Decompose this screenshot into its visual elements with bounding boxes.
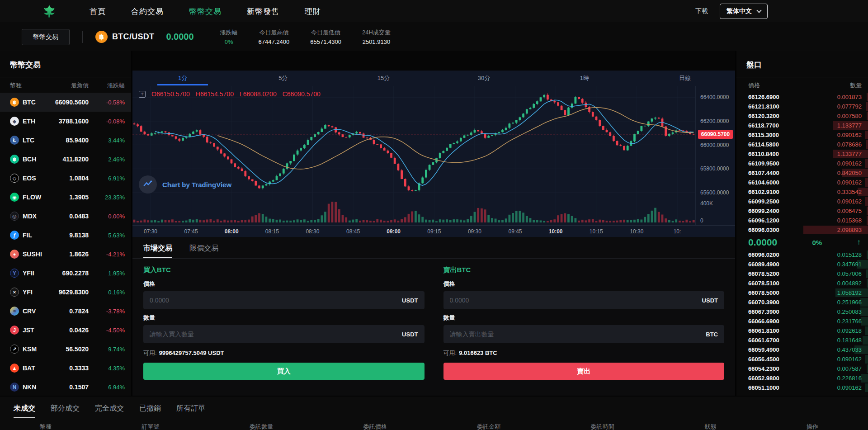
bid-row[interactable]: 66054.23000.007587 [736,364,868,373]
coin-row-ETH[interactable]: ◆ETH3788.1600-0.08% [0,112,131,131]
coin-row-CRV[interactable]: ≈CRV0.7824-3.78% [0,302,131,321]
nav-item-4[interactable]: 理財 [305,6,321,17]
ask-row[interactable]: 66118.77001.133777 [736,121,868,130]
coin-price: 690.2278 [45,269,89,277]
depth-bar [865,159,868,168]
bid-row[interactable]: 66056.45000.090162 [736,354,868,364]
order-tab-0[interactable]: 未成交 [14,404,35,418]
coin-row-LTC[interactable]: ŁLTC85.94003.44% [0,131,131,150]
coin-row-BTC[interactable]: ฿BTC66090.5600-0.58% [0,93,131,112]
coin-price: 0.3333 [45,364,89,372]
ask-row[interactable]: 66120.32000.007580 [736,111,868,121]
ask-row[interactable]: 66099.25000.090162 [736,197,868,206]
buy-button[interactable]: 買入 [143,363,425,380]
bid-row[interactable]: 66078.52000.057006 [736,269,868,279]
depth-bar [866,102,868,111]
coin-row-BCH[interactable]: ฿BCH411.82002.46% [0,150,131,169]
bid-row[interactable]: 66061.81000.092618 [736,326,868,335]
sell-amount-input[interactable] [450,331,702,338]
order-tab-1[interactable]: 部分成交 [51,404,80,418]
pair-label: BTC/USDT [112,32,154,42]
timeframe-tab-30分[interactable]: 30分 [434,71,534,86]
timeframe-tab-15分[interactable]: 15分 [333,71,434,86]
logo-phoenix-icon[interactable] [41,3,58,20]
nav-item-1[interactable]: 合約交易 [131,6,164,17]
order-tab-4[interactable]: 所有訂單 [176,404,205,418]
sell-price-input[interactable] [450,297,698,304]
nav-item-0[interactable]: 首頁 [90,6,106,17]
trade-tab-0[interactable]: 市場交易 [143,244,172,258]
ask-row[interactable]: 66107.44000.842050 [736,168,868,178]
bid-row[interactable]: 66067.39000.250083 [736,307,868,317]
bid-row[interactable]: 66089.49000.347691 [736,260,868,269]
coin-row-YFII[interactable]: YYFII690.22781.95% [0,264,131,283]
ask-row[interactable]: 66099.24000.006475 [736,206,868,216]
coin-row-JST[interactable]: JJST0.0426-4.50% [0,321,131,340]
coin-price: 3788.1600 [45,118,89,125]
tradingview-attribution[interactable]: Chart by TradingView [139,175,231,194]
depth-bar [866,269,868,278]
market-type-button[interactable]: 幣幣交易 [22,29,70,45]
ask-row[interactable]: 66126.69000.001873 [736,92,868,102]
nav-item-2[interactable]: 幣幣交易 [189,6,222,17]
chart-canvas[interactable]: + O66150.5700 H66154.5700 L66088.0200 C6… [132,86,735,225]
bid-row[interactable]: 66059.49000.437033 [736,345,868,354]
coin-row-FLOW[interactable]: ◉FLOW1.390523.35% [0,188,131,207]
ask-row[interactable]: 66102.91000.333542 [736,187,868,197]
coin-symbol-cell: ×YFI [10,288,45,297]
order-tab-3[interactable]: 已撤銷 [139,404,161,418]
bid-row[interactable]: 66066.69000.231766 [736,317,868,326]
coin-row-MDX[interactable]: ◎MDX0.04830.00% [0,207,131,226]
ask-row[interactable]: 66114.58000.078686 [736,140,868,149]
time-label: 10: [674,228,681,235]
bid-row[interactable]: 66061.67000.181648 [736,335,868,345]
coin-row-EOS[interactable]: ◇EOS1.08046.91% [0,169,131,188]
timeframe-tab-1時[interactable]: 1時 [534,71,635,86]
bid-row[interactable]: 66078.50001.058192 [736,288,868,298]
timeframe-tab-1分[interactable]: 1分 [132,71,233,86]
bid-row[interactable]: 66096.02000.015128 [736,250,868,260]
language-selector[interactable]: 繁体中文 [720,4,768,19]
buy-amount-input[interactable] [150,331,397,338]
bid-row[interactable]: 66052.98000.226816 [736,373,868,383]
time-label: 07:45 [184,228,198,235]
coin-symbol: EOS [23,175,36,182]
ask-row[interactable]: 66104.60000.090162 [736,178,868,187]
timeframe-tab-5分[interactable]: 5分 [233,71,333,86]
order-tab-2[interactable]: 完全成交 [95,404,124,418]
coin-row-YFI[interactable]: ×YFI9629.83000.16% [0,283,131,302]
ask-row[interactable]: 66115.30000.090162 [736,130,868,140]
ask-row[interactable]: 66096.03002.098893 [736,225,868,235]
timeframe-tab-日線[interactable]: 日線 [635,71,735,86]
trade-tab-1[interactable]: 限價交易 [189,244,218,258]
download-link[interactable]: 下載 [695,7,708,15]
bid-row[interactable]: 66051.10000.090162 [736,383,868,392]
buy-price-input[interactable] [150,297,397,304]
coin-row-SUSHI[interactable]: ●SUSHI1.8626-4.21% [0,245,131,264]
candlestick-chart[interactable] [132,86,695,225]
nav-item-3[interactable]: 新幣發售 [247,6,279,17]
coin-row-FIL[interactable]: ƒFIL9.81385.63% [0,226,131,245]
sell-button[interactable]: 賣出 [443,363,725,380]
legend-toggle-icon[interactable]: + [139,91,146,98]
price-axis[interactable]: 66400.000066200.000066000.000065800.0000… [695,86,735,225]
col-change: 漲跌幅 [89,81,125,90]
ask-row[interactable]: 66110.84001.133777 [736,149,868,159]
sell-form: 賣出BTC 價格 USDT 數量 BTC 可用:9.016623 BTC 賣出 [443,266,725,380]
buy-available: 可用:9996429757.5049 USDT [143,349,425,357]
ask-row[interactable]: 66121.81000.077792 [736,102,868,111]
ob-qty: 0.090162 [837,356,862,363]
bid-row[interactable]: 66070.39000.251966 [736,298,868,307]
ob-price: 66067.3900 [748,308,779,315]
coin-row-BAT[interactable]: ▲BAT0.33334.35% [0,359,131,378]
coin-symbol-cell: ◉FLOW [10,193,45,202]
coin-row-KSM[interactable]: ↗KSM56.50209.74% [0,340,131,359]
ask-row[interactable]: 66096.12000.015368 [736,216,868,225]
stat-label: 今日最低價 [311,28,340,37]
ob-qty: 0.226816 [837,375,862,382]
time-axis[interactable]: 07:3007:4508:0008:1508:3008:4509:0009:15… [132,225,735,237]
ask-row[interactable]: 66109.95000.090162 [736,159,868,168]
coin-change: 0.16% [89,289,125,296]
bid-row[interactable]: 66078.51000.004892 [736,279,868,288]
coin-row-NKN[interactable]: NNKN0.15076.94% [0,378,131,397]
